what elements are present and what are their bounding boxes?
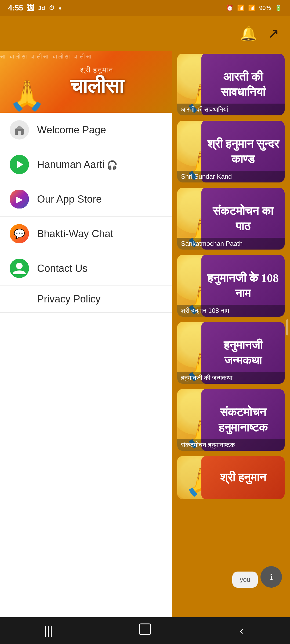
svg-marker-3 (17, 161, 23, 168)
svg-marker-1 (15, 126, 24, 129)
nav-back-icon: ‹ (240, 624, 244, 637)
nav-menu-button[interactable]: ||| (32, 623, 64, 639)
banner-title: चालीसा (70, 75, 124, 98)
card-hindi-3: संकटमोचन का पाठ (207, 203, 279, 234)
menu-item-welcome[interactable]: Welcome Page (0, 113, 172, 147)
card-hindi-2: श्री हनुमान सुन्दर काण्ड (207, 136, 279, 167)
status-gallery-icon: 🖼 (27, 4, 34, 13)
scroll-indicator (286, 319, 288, 335)
navigation-drawer: सा चालीसा चालीसा चालीसा चालीसा 🙏 श्री हन… (0, 51, 172, 617)
nav-menu-icon: ||| (44, 624, 53, 637)
svg-point-5 (16, 263, 23, 269)
menu-item-store[interactable]: ▶ Our App Store (0, 182, 172, 217)
status-left: 4:55 🖼 Jd ⏱ ● (8, 4, 62, 13)
menu-item-privacy[interactable]: Privacy Policy (0, 286, 172, 313)
card-hindi-1: आरती की सावधानियां (207, 69, 279, 100)
drawer-menu: Welcome Page Hanuman Aarti ▶ Our Ap (0, 113, 172, 617)
main-layout: सा चालीसा चालीसा चालीसा चालीसा 🙏 श्री हन… (0, 51, 290, 617)
card-hindi-6: संकटमोचन हनुमानाष्टक (207, 405, 279, 435)
card-sundar-kand[interactable]: 🙏 श्री हनुमान सुन्दर काण्ड Shri Sundar K… (177, 121, 285, 182)
card-hanumanastak[interactable]: 🙏 संकटमोचन हनुमानाष्टक संकटमोचन हनुमानाष… (177, 389, 285, 451)
banner-subtitle: श्री हनुमान (80, 66, 113, 75)
share-icon[interactable]: ↗ (268, 26, 279, 41)
card-hindi-5: हनुमानजी जन्मकथा (207, 338, 279, 368)
hanuman-figure: 🙏 (9, 78, 45, 113)
welcome-label: Welcome Page (37, 124, 106, 136)
menu-item-aarti[interactable]: Hanuman Aarti (0, 147, 172, 182)
chat-icon: 💬 (10, 224, 29, 243)
wifi-icon: 📶 (237, 5, 244, 12)
signal-icon: 📶 (248, 5, 255, 12)
drawer-banner: सा चालीसा चालीसा चालीसा चालीसा 🙏 श्री हन… (0, 51, 172, 113)
nav-back-button[interactable]: ‹ (226, 623, 258, 639)
status-jd-label: Jd (38, 5, 45, 12)
chat-text: you (240, 576, 250, 583)
aarti-label: Hanuman Aarti (37, 159, 118, 170)
chat-label: Bhakti-Way Chat (37, 228, 113, 240)
status-bar: 4:55 🖼 Jd ⏱ ● ⏰ 📶 📶 90% 🔋 (0, 0, 290, 16)
nav-home-button[interactable] (129, 623, 161, 639)
menu-item-contact[interactable]: Contact Us (0, 251, 172, 286)
svg-rect-6 (140, 624, 150, 635)
card-janmkatha[interactable]: 🙏 हनुमानजी जन्मकथा हनुमानजी की जन्मकथा (177, 322, 285, 384)
contact-label: Contact Us (37, 263, 88, 274)
card-overlay-7: श्री हनुमान (201, 456, 285, 499)
contact-icon (10, 259, 29, 278)
status-dot: ● (59, 5, 62, 11)
svg-rect-2 (18, 131, 21, 135)
card-label-5: हनुमानजी की जन्मकथा (177, 372, 285, 384)
card-label-3: Sankatmochan Paath (177, 238, 285, 250)
card-label-2: Shri Sundar Kand (177, 171, 285, 182)
header-actions: 🔔 ↗ (240, 25, 279, 42)
privacy-label: Privacy Policy (37, 293, 101, 305)
status-secs-icon: ⏱ (49, 5, 55, 12)
chat-bubble: you (232, 572, 258, 588)
store-icon: ▶ (10, 189, 29, 209)
battery-percent: 90% (259, 5, 271, 12)
card-label-6: संकटमोचन हनुमानाष्टक (177, 439, 285, 451)
home-icon (10, 120, 29, 140)
cards-list: 🙏 आरती की सावधानियां आरती की सावधानियां … (172, 51, 290, 502)
bottom-navigation: ||| ‹ (0, 617, 290, 644)
card-label-1: आरती की सावधानियां (177, 104, 285, 115)
card-108-naam[interactable]: 🙏 हनुमानजी के 108 नाम श्री हनुमान 108 ना… (177, 255, 285, 317)
status-right: ⏰ 📶 📶 90% 🔋 (226, 5, 282, 12)
info-icon: ℹ (270, 572, 273, 582)
right-content-area: 🙏 आरती की सावधानियां आरती की सावधानियां … (172, 51, 290, 617)
card-hindi-7: श्री हनुमान (220, 470, 266, 485)
card-label-4: श्री हनुमान 108 नाम (177, 305, 285, 317)
card-shri-hanuman[interactable]: 🙏 श्री हनुमान (177, 456, 285, 499)
menu-item-chat[interactable]: 💬 Bhakti-Way Chat (0, 217, 172, 251)
play-icon (10, 155, 29, 174)
store-label: Our App Store (37, 193, 102, 205)
nav-home-icon (138, 623, 152, 639)
bell-icon[interactable]: 🔔 (240, 25, 257, 42)
alarm-icon: ⏰ (226, 5, 233, 12)
battery-icon: 🔋 (275, 5, 282, 12)
card-hindi-4: हनुमानजी के 108 नाम (207, 270, 279, 301)
card-aarti-savdhan[interactable]: 🙏 आरती की सावधानियां आरती की सावधानियां (177, 54, 285, 115)
status-time: 4:55 (8, 4, 23, 12)
card-sankat-mochan[interactable]: 🙏 संकटमोचन का पाठ Sankatmochan Paath (177, 188, 285, 250)
app-header: 🔔 ↗ (0, 16, 290, 51)
fab-info-button[interactable]: ℹ (260, 566, 282, 588)
